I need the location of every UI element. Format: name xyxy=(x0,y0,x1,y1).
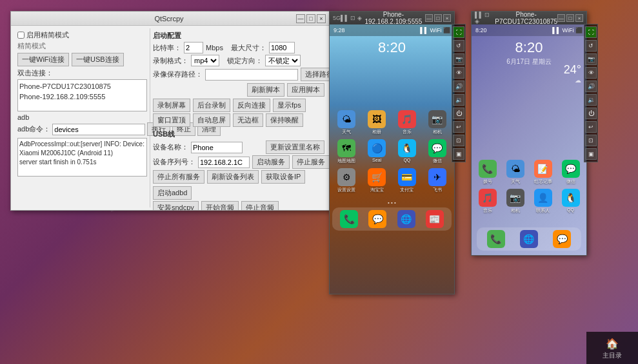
app-camera[interactable]: 📷 相机 xyxy=(423,109,452,137)
phone2-ctrl-power[interactable]: ⏻ xyxy=(585,108,597,119)
device-serial-input[interactable] xyxy=(198,157,250,168)
phone1-ctrl-back[interactable]: ↩ xyxy=(453,121,464,133)
phone1-ctrl-screenshot[interactable]: 📷 xyxy=(453,53,464,65)
phone1-ctrl-rotate[interactable]: ↺ xyxy=(453,40,464,52)
start-adbd-button[interactable]: 启动adbd xyxy=(153,186,192,200)
stop-audio-button[interactable]: 停止音频 xyxy=(241,201,279,210)
app-settings[interactable]: ⚙ 设置设置 xyxy=(332,167,361,195)
codec-row: 录制格式： mp4 锁定方向： 不锁定 xyxy=(153,55,324,66)
phone2-app-qq[interactable]: 🐧 QQ xyxy=(557,187,584,215)
phone2-ctrl-rotate[interactable]: ↺ xyxy=(585,40,597,52)
phone2-ctrl-eye[interactable]: 👁 xyxy=(585,67,597,79)
app-seal[interactable]: 🔵 Seal xyxy=(363,138,392,166)
keep-awake-button[interactable]: 保持唤醒 xyxy=(266,113,303,127)
refresh-script-button[interactable]: 刷新脚本 xyxy=(247,83,284,97)
phone2-close-button[interactable]: × xyxy=(575,14,583,22)
phone2-app-dial[interactable]: 📞 拨号 xyxy=(474,158,501,186)
close-button[interactable]: × xyxy=(317,14,326,23)
no-frame-button[interactable]: 无边框 xyxy=(233,113,263,127)
record-screen-button[interactable]: 录制屏幕 xyxy=(153,99,190,112)
get-ip-button[interactable]: 获取设备IP xyxy=(261,170,305,184)
dock-messages[interactable]: 💬 xyxy=(368,209,386,229)
maximize-button[interactable]: □ xyxy=(306,14,315,23)
start-service-button[interactable]: 启动服务 xyxy=(252,155,290,169)
app-map[interactable]: 🗺 地图地图 xyxy=(332,138,361,166)
phone2-app-contact[interactable]: 👤 联系人 xyxy=(530,187,556,215)
app-settings-icon: ⚙ xyxy=(337,168,355,186)
device-item-1[interactable]: Phone-P7CDU17C23010875 xyxy=(19,81,145,91)
phone2-app-weather[interactable]: 🌤 天气 xyxy=(502,158,528,186)
phone1-background: 9:28 ▌▌ WiFi ⬛ 8:20 🌤 天气 🖼 相册 🎵 音乐 xyxy=(330,24,454,294)
dock-news[interactable]: 📰 xyxy=(426,209,444,229)
phone2-minimize-button[interactable]: — xyxy=(557,14,565,22)
bg-record-button[interactable]: 后台录制 xyxy=(193,99,230,112)
app-music[interactable]: 🎵 音乐 xyxy=(393,109,422,137)
phone2-app-music[interactable]: 🎵 音乐 xyxy=(474,187,501,215)
app-feishu[interactable]: ✈ 飞书 xyxy=(423,167,452,195)
phone2-ctrl-screenshot[interactable]: 📷 xyxy=(585,53,597,65)
phone1-ctrl-home[interactable]: ⊡ xyxy=(453,135,464,146)
adb-input[interactable] xyxy=(52,124,145,135)
phone2-dock-messages[interactable]: 💬 xyxy=(553,229,571,249)
phone2-screen[interactable]: 8:20 ▌▌ WiFi ⬛ 8:20 6月17日 星期云 24° ☁ 📞 拨号… xyxy=(472,24,586,255)
bitrate-input[interactable] xyxy=(184,42,203,53)
minimize-button[interactable]: — xyxy=(296,14,305,23)
dock-browser[interactable]: 🌐 xyxy=(397,209,415,229)
phone1-ctrl-recents[interactable]: ▣ xyxy=(453,148,464,160)
device-list[interactable]: Phone-P7CDU17C23010875 Phone-192.168.2.1… xyxy=(17,79,147,111)
reverse-connect-button[interactable]: 反向连接 xyxy=(233,99,270,112)
phone1-screen[interactable]: 9:28 ▌▌ WiFi ⬛ 8:20 🌤 天气 🖼 相册 🎵 音乐 xyxy=(330,24,454,294)
phone1-ctrl-power[interactable]: ⏻ xyxy=(453,108,464,119)
show-fps-button[interactable]: 显示fps xyxy=(273,99,306,112)
codec-select[interactable]: mp4 xyxy=(191,55,219,66)
record-path-input[interactable] xyxy=(205,69,298,81)
phone2-ctrl-recents[interactable]: ▣ xyxy=(585,148,597,160)
app-gallery[interactable]: 🖼 相册 xyxy=(363,109,392,137)
phone2-ctrl-vol-up[interactable]: 🔊 xyxy=(585,81,597,92)
simplified-mode-checkbox[interactable] xyxy=(17,32,25,39)
phone2-app-wechat[interactable]: 💬 微信 xyxy=(557,158,584,186)
stop-all-button[interactable]: 停止所有服务 xyxy=(153,170,204,184)
phone1-ctrl-eye[interactable]: 👁 xyxy=(453,67,464,79)
phone2-dock-browser[interactable]: 🌐 xyxy=(520,229,538,249)
dock-browser-icon: 🌐 xyxy=(397,210,415,228)
phone2-ctrl-fullscreen[interactable]: ⛶ xyxy=(585,26,597,38)
auto-screen-button[interactable]: 自动息屏 xyxy=(193,113,230,127)
phone1-minimize-button[interactable]: — xyxy=(425,14,433,22)
app-taobao[interactable]: 🛒 淘宝宝 xyxy=(363,167,392,195)
stop-service-button[interactable]: 停止服务 xyxy=(292,155,330,169)
phone2-dock-phone[interactable]: 📞 xyxy=(487,229,505,249)
phone2-app-camera[interactable]: 📷 相机 xyxy=(502,187,528,215)
phone2-app-huawei-note[interactable]: 📝 红芯记事 xyxy=(530,158,556,186)
maxsize-label: 最大尺寸： xyxy=(231,43,266,53)
phone2-ctrl-back[interactable]: ↩ xyxy=(585,121,597,133)
phone1-ctrl-fullscreen[interactable]: ⛶ xyxy=(453,26,464,38)
refresh-device-button[interactable]: 刷新设备列表 xyxy=(207,170,259,184)
app-weather[interactable]: 🌤 天气 xyxy=(332,109,361,137)
app-qq[interactable]: 🐧 QQ xyxy=(393,138,422,166)
orientation-select[interactable]: 不锁定 xyxy=(265,55,301,66)
phone2-ctrl-vol-down[interactable]: 🔉 xyxy=(585,94,597,106)
phone2-maximize-button[interactable]: □ xyxy=(566,14,574,22)
wifi-connect-button[interactable]: 一键WiFi连接 xyxy=(17,53,69,66)
app-script-button[interactable]: 应用脚本 xyxy=(287,83,324,97)
device-name-input[interactable] xyxy=(191,142,243,153)
usb-connect-button[interactable]: 一键USB连接 xyxy=(72,53,124,66)
update-name-button[interactable]: 更新设置里名称 xyxy=(266,140,324,154)
phone2-ctrl-home[interactable]: ⊡ xyxy=(585,135,597,146)
start-audio-button[interactable]: 开始音频 xyxy=(201,201,239,210)
install-sndcpy-button[interactable]: 安装sndcpy xyxy=(153,201,199,210)
top-button[interactable]: 窗口置顶 xyxy=(153,113,190,127)
record-buttons: 录制屏幕 后台录制 反向连接 显示fps xyxy=(153,99,324,112)
maxsize-input[interactable] xyxy=(269,42,295,53)
dock-phone[interactable]: 📞 xyxy=(340,209,358,229)
taskbar-home-icon[interactable]: 🏠 xyxy=(603,336,622,351)
app-alipay[interactable]: 💳 支付宝 xyxy=(393,167,422,195)
phone1-maximize-button[interactable]: □ xyxy=(434,14,442,22)
select-path-button[interactable]: 选择路径 xyxy=(301,68,331,81)
phone1-ctrl-vol-down[interactable]: 🔉 xyxy=(453,94,464,106)
app-wechat[interactable]: 💬 微信 xyxy=(423,138,452,166)
phone1-close-button[interactable]: × xyxy=(443,14,451,22)
device-item-2[interactable]: Phone-192.168.2.109:5555 xyxy=(19,91,145,102)
phone1-ctrl-vol-up[interactable]: 🔊 xyxy=(453,81,464,92)
